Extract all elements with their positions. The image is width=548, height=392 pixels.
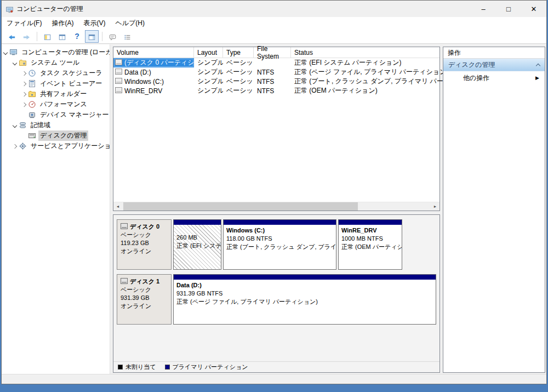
disk-state: オンライン [121, 247, 168, 255]
volume-row[interactable]: Data (D:) シンプル ベーシック NTFS 正常 (ページ ファイル, … [113, 67, 439, 77]
chevron-collapsed-icon[interactable] [22, 102, 26, 106]
detail-list-button[interactable] [121, 30, 134, 43]
horizontal-scrollbar[interactable]: ◄ ► [113, 202, 439, 211]
chevron-expanded-icon[interactable] [3, 50, 8, 54]
actions-group-label: ディスクの管理 [448, 60, 495, 70]
close-button[interactable]: ✕ [521, 1, 546, 17]
partition-size: 260 MB [176, 234, 218, 242]
volume-layout: シンプル [194, 58, 223, 67]
volume-status: 正常 (ページ ファイル, プライマリ パーティション) [291, 67, 448, 77]
partition-size: 118.00 GB NTFS [226, 235, 333, 243]
legend-label: プライマリ パーティション [173, 363, 248, 371]
balloon-icon [109, 33, 116, 40]
console-tree-panel: コンピューターの管理 (ローカル) システム ツール タスク スケジューラ イベ… [2, 44, 110, 374]
actions-panel: 操作 ディスクの管理 他の操作 ▶ [443, 47, 545, 373]
storage-icon [19, 122, 26, 129]
tree-item-services-applications[interactable]: サービスとアプリケーション [2, 141, 110, 151]
toolbar-separator [37, 32, 37, 41]
column-header-file-system[interactable]: File System [254, 47, 291, 58]
tree-item-shared-folders[interactable]: 共有フォルダー [2, 89, 110, 99]
disk-0-info[interactable]: ディスク 0 ベーシック 119.23 GB オンライン [117, 219, 172, 270]
volume-row[interactable]: WinRE_DRV シンプル ベーシック NTFS 正常 (OEM パーティショ… [113, 86, 439, 95]
volume-type: ベーシック [223, 86, 254, 95]
chevron-collapsed-icon[interactable] [22, 81, 26, 86]
unallocated-swatch-icon [118, 365, 123, 370]
properties-icon [59, 33, 66, 40]
column-header-type[interactable]: Type [223, 47, 254, 58]
partition-efi[interactable]: 260 MB 正常 (EFI システム [173, 219, 221, 270]
titlebar[interactable]: コンピューターの管理 – □ ✕ [2, 1, 546, 17]
scrollbar-thumb[interactable] [123, 202, 358, 211]
menu-action[interactable]: 操作(A) [47, 17, 78, 29]
chevron-collapsed-icon[interactable] [13, 144, 17, 148]
maximize-button[interactable]: □ [496, 1, 521, 17]
tree-item-task-scheduler[interactable]: タスク スケジューラ [2, 68, 110, 78]
action-pane-icon [88, 33, 95, 40]
computer-management-icon [6, 5, 13, 13]
disk-state: オンライン [121, 302, 168, 310]
event-viewer-icon [28, 80, 36, 87]
chevron-collapsed-icon[interactable] [22, 71, 26, 75]
tree-item-label: デバイス マネージャー [38, 110, 110, 120]
more-actions-item[interactable]: 他の操作 ▶ [443, 71, 545, 84]
volume-row[interactable]: (ディスク 0 パーティション 1) シンプル ベーシック 正常 (EFI シス… [113, 58, 439, 67]
scroll-right-icon[interactable]: ► [431, 202, 439, 211]
minimize-button[interactable]: – [471, 1, 496, 17]
chevron-expanded-icon[interactable] [13, 60, 17, 65]
partition-windows-c[interactable]: Windows (C:) 118.00 GB NTFS 正常 (ブート, クラッ… [223, 219, 336, 270]
disk-kind: ベーシック [121, 286, 168, 294]
shared-folders-icon [28, 90, 36, 98]
volume-name: (ディスク 0 パーティション 1) [124, 58, 194, 67]
tree-item-performance[interactable]: パフォーマンス [2, 99, 110, 110]
menu-help[interactable]: ヘルプ(H) [110, 17, 150, 29]
volume-icon [115, 59, 122, 66]
menu-view[interactable]: 表示(V) [78, 17, 110, 29]
action-pane-button[interactable] [85, 30, 99, 43]
legend: 未割り当て プライマリ パーティション [113, 361, 439, 372]
tree-item-computer-management[interactable]: コンピューターの管理 (ローカル) [2, 47, 110, 58]
properties-button[interactable] [55, 30, 69, 43]
column-header-volume[interactable]: Volume [113, 47, 194, 58]
column-header-layout[interactable]: Layout [194, 47, 223, 58]
volume-status: 正常 (OEM パーティション) [291, 86, 378, 95]
toolbar: ? [2, 29, 546, 44]
tree-item-device-manager[interactable]: デバイス マネージャー [2, 110, 110, 120]
partition-data-d[interactable]: Data (D:) 931.39 GB NTFS 正常 (ページ ファイル, プ… [173, 274, 436, 325]
volume-row[interactable]: Windows (C:) シンプル ベーシック NTFS 正常 (ブート, クラ… [113, 77, 439, 86]
partition-winre-drv[interactable]: WinRE_DRV 1000 MB NTFS 正常 (OEM パーティシ: [338, 219, 402, 270]
performance-icon [28, 101, 36, 108]
scroll-left-icon[interactable]: ◄ [113, 202, 122, 211]
volume-list-header: Volume Layout Type File System Status [113, 47, 439, 58]
tree-item-system-tools[interactable]: システム ツール [2, 58, 110, 68]
menu-file[interactable]: ファイル(F) [2, 17, 47, 29]
console-tree-icon [44, 33, 51, 40]
volume-layout: シンプル [194, 77, 223, 86]
column-header-status[interactable]: Status [291, 47, 439, 58]
help-button[interactable]: ? [70, 30, 84, 43]
balloon-button[interactable] [106, 30, 119, 43]
forward-button[interactable] [20, 30, 33, 43]
computer-management-window: コンピューターの管理 – □ ✕ ファイル(F) 操作(A) 表示(V) ヘルプ… [1, 0, 547, 384]
volume-layout: シンプル [194, 67, 223, 77]
partition-title: WinRE_DRV [341, 226, 399, 235]
actions-group-disk-management[interactable]: ディスクの管理 [443, 59, 545, 71]
tree-item-event-viewer[interactable]: イベント ビューアー [2, 78, 110, 89]
window-title: コンピューターの管理 [16, 4, 83, 14]
volume-file-system: NTFS [254, 67, 291, 77]
volume-file-system: NTFS [254, 86, 291, 95]
disk-1-info[interactable]: ディスク 1 ベーシック 931.39 GB オンライン [117, 274, 172, 325]
chevron-collapsed-icon[interactable] [22, 92, 26, 96]
chevron-up-icon[interactable] [536, 63, 540, 67]
scrollbar-track[interactable] [122, 202, 431, 211]
tree-item-storage[interactable]: 記憶域 [2, 120, 110, 130]
back-icon [8, 33, 15, 40]
back-button[interactable] [5, 30, 19, 43]
center-panel: Volume Layout Type File System Status (デ… [111, 44, 442, 374]
help-icon: ? [75, 32, 79, 41]
tree-item-label: イベント ビューアー [38, 78, 104, 89]
chevron-expanded-icon[interactable] [13, 123, 17, 127]
partition-status: 正常 (OEM パーティシ: [341, 243, 399, 251]
tree-item-disk-management[interactable]: ディスクの管理 [2, 130, 110, 141]
volume-file-system: NTFS [254, 77, 291, 86]
console-tree-button[interactable] [41, 30, 54, 43]
